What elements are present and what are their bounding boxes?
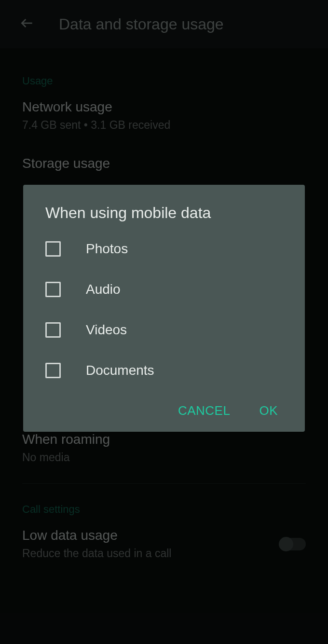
option-audio-label: Audio <box>86 282 121 297</box>
mobile-data-dialog: When using mobile data Photos Audio Vide… <box>23 185 305 432</box>
checkbox-videos[interactable] <box>45 322 61 338</box>
option-documents[interactable]: Documents <box>45 363 283 378</box>
dialog-title: When using mobile data <box>45 204 283 222</box>
checkbox-audio[interactable] <box>45 282 61 297</box>
cancel-button[interactable]: CANCEL <box>178 403 230 418</box>
option-photos-label: Photos <box>86 241 128 257</box>
option-videos[interactable]: Videos <box>45 322 283 338</box>
checkbox-photos[interactable] <box>45 241 61 257</box>
option-documents-label: Documents <box>86 363 154 378</box>
checkbox-documents[interactable] <box>45 363 61 378</box>
dialog-actions: CANCEL OK <box>45 403 283 418</box>
option-audio[interactable]: Audio <box>45 282 283 297</box>
ok-button[interactable]: OK <box>259 403 278 418</box>
option-photos[interactable]: Photos <box>45 241 283 257</box>
option-videos-label: Videos <box>86 322 127 338</box>
modal-overlay[interactable]: When using mobile data Photos Audio Vide… <box>0 0 328 644</box>
